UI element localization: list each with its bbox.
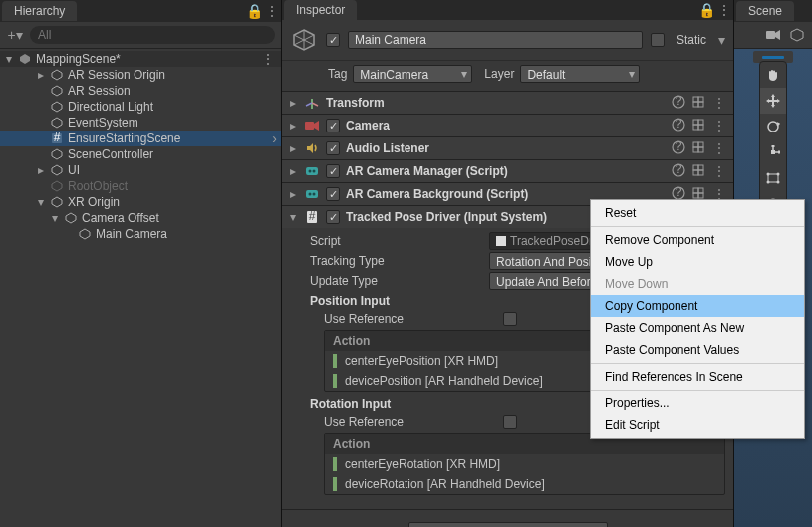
static-checkbox[interactable] bbox=[651, 33, 665, 47]
expand-icon[interactable]: ▸ bbox=[288, 187, 298, 201]
svg-rect-75 bbox=[778, 151, 780, 154]
preset-icon[interactable] bbox=[691, 163, 705, 180]
component-enabled-checkbox[interactable] bbox=[326, 187, 340, 201]
hierarchy-item-label: XR Origin bbox=[68, 195, 277, 209]
svg-rect-31 bbox=[698, 120, 703, 125]
context-menu-item[interactable]: Edit Script bbox=[591, 414, 804, 436]
use-reference-checkbox[interactable] bbox=[503, 312, 517, 326]
svg-rect-32 bbox=[693, 125, 698, 130]
preset-icon[interactable] bbox=[691, 140, 705, 157]
hierarchy-item[interactable]: RootObject bbox=[0, 178, 281, 194]
gameobject-icon bbox=[50, 179, 64, 193]
hand-tool[interactable] bbox=[760, 62, 786, 88]
expand-icon[interactable]: ▾ bbox=[50, 211, 60, 225]
tab-inspector[interactable]: Inspector bbox=[284, 0, 357, 20]
action-color-bar bbox=[333, 457, 337, 471]
kebab-icon[interactable]: ⋮ bbox=[711, 96, 727, 110]
kebab-icon[interactable]: ⋮ bbox=[263, 2, 281, 20]
gizmos-icon[interactable] bbox=[788, 26, 806, 44]
hierarchy-item[interactable]: SceneController bbox=[0, 146, 281, 162]
rotate-tool[interactable] bbox=[760, 114, 786, 139]
help-icon[interactable]: ? bbox=[672, 95, 685, 112]
expand-icon[interactable]: ▸ bbox=[288, 164, 298, 178]
help-icon[interactable]: ? bbox=[672, 118, 685, 134]
context-menu-item[interactable]: Move Up bbox=[591, 251, 804, 273]
context-menu-item[interactable]: Find References In Scene bbox=[591, 366, 804, 388]
context-menu-item[interactable]: Reset bbox=[591, 202, 804, 224]
context-menu-item[interactable]: Properties... bbox=[591, 393, 804, 414]
expand-icon[interactable]: ▸ bbox=[36, 163, 46, 177]
svg-point-79 bbox=[767, 181, 770, 184]
scene-camera-icon[interactable] bbox=[764, 26, 782, 44]
expand-icon[interactable]: ▸ bbox=[288, 96, 298, 110]
scene-row[interactable]: ▾ MappingScene* ⋮ bbox=[0, 51, 281, 67]
component-enabled-checkbox[interactable] bbox=[326, 164, 340, 178]
svg-marker-12 bbox=[80, 229, 90, 239]
gameobject-icon bbox=[50, 195, 64, 209]
component-enabled-checkbox[interactable] bbox=[326, 210, 340, 224]
create-dropdown-icon[interactable]: +▾ bbox=[6, 26, 24, 44]
component-header[interactable]: ▸AR Camera Manager (Script)?⋮ bbox=[282, 160, 733, 182]
action-item[interactable]: centerEyeRotation [XR HMD] bbox=[325, 454, 724, 474]
kebab-icon[interactable]: ⋮ bbox=[711, 141, 727, 155]
context-menu-item[interactable]: Paste Component Values bbox=[591, 339, 804, 361]
static-dropdown-icon[interactable]: ▾ bbox=[718, 32, 725, 48]
hierarchy-item[interactable]: EventSystem bbox=[0, 115, 281, 131]
svg-marker-0 bbox=[20, 54, 30, 64]
component-header[interactable]: ▸Transform?⋮ bbox=[282, 92, 733, 114]
expand-icon[interactable]: ▾ bbox=[4, 52, 14, 66]
scale-tool[interactable] bbox=[760, 139, 786, 165]
lock-icon[interactable]: 🔒 bbox=[245, 2, 263, 20]
gameobject-name-input[interactable] bbox=[348, 31, 643, 49]
scene-name: MappingScene* bbox=[36, 52, 255, 66]
help-icon[interactable]: ? bbox=[672, 163, 685, 180]
expand-icon[interactable]: ▾ bbox=[36, 195, 46, 209]
component-header[interactable]: ▸Camera?⋮ bbox=[282, 115, 733, 136]
svg-marker-3 bbox=[52, 102, 62, 112]
action-item[interactable]: deviceRotation [AR Handheld Device] bbox=[325, 474, 724, 494]
context-menu-item[interactable]: Copy Component bbox=[591, 295, 804, 317]
static-label: Static bbox=[677, 33, 706, 47]
component-enabled-checkbox[interactable] bbox=[326, 141, 340, 155]
context-menu-separator bbox=[591, 390, 804, 391]
context-menu-item[interactable]: Paste Component As New bbox=[591, 317, 804, 339]
hierarchy-item[interactable]: #EnsureStartingScene› bbox=[0, 131, 281, 146]
component-title: AR Camera Manager (Script) bbox=[346, 164, 666, 178]
kebab-icon[interactable]: ⋮ bbox=[711, 164, 727, 178]
expand-icon[interactable]: ▸ bbox=[288, 119, 298, 132]
hierarchy-item[interactable]: ▸UI bbox=[0, 162, 281, 178]
component-enabled-checkbox[interactable] bbox=[326, 119, 340, 132]
expand-icon[interactable]: ▾ bbox=[288, 210, 298, 224]
tab-hierarchy[interactable]: Hierarchy bbox=[2, 1, 77, 21]
kebab-icon[interactable]: ⋮ bbox=[711, 119, 727, 132]
svg-rect-58 bbox=[698, 193, 703, 198]
hierarchy-item[interactable]: AR Session bbox=[0, 83, 281, 99]
context-menu-item[interactable]: Remove Component bbox=[591, 229, 804, 251]
hierarchy-item[interactable]: ▾Camera Offset bbox=[0, 210, 281, 226]
expand-icon[interactable]: ▸ bbox=[288, 141, 298, 155]
component-header[interactable]: ▸Audio Listener?⋮ bbox=[282, 137, 733, 159]
add-component-button[interactable]: Add Component bbox=[408, 522, 608, 527]
rect-tool[interactable] bbox=[760, 165, 786, 191]
kebab-icon[interactable]: ⋮ bbox=[715, 1, 733, 19]
tab-scene[interactable]: Scene bbox=[736, 1, 794, 21]
move-tool[interactable] bbox=[760, 88, 786, 114]
preset-icon[interactable] bbox=[691, 118, 705, 134]
hierarchy-item[interactable]: ▸AR Session Origin bbox=[0, 67, 281, 83]
unity-logo-icon bbox=[18, 52, 32, 66]
help-icon[interactable]: ? bbox=[672, 140, 685, 157]
hierarchy-search-input[interactable] bbox=[30, 26, 275, 44]
tag-dropdown[interactable]: MainCamera bbox=[353, 65, 472, 83]
layer-dropdown[interactable]: Default bbox=[520, 65, 640, 83]
use-reference-checkbox[interactable] bbox=[503, 415, 517, 429]
expand-icon[interactable]: ▸ bbox=[36, 68, 46, 82]
gameobject-enabled-checkbox[interactable] bbox=[326, 33, 340, 47]
component-icon: # bbox=[304, 209, 320, 225]
kebab-icon[interactable]: ⋮ bbox=[259, 50, 277, 68]
hierarchy-item[interactable]: ▾XR Origin bbox=[0, 194, 281, 210]
lock-icon[interactable]: 🔒 bbox=[697, 1, 715, 19]
hierarchy-item[interactable]: Directional Light bbox=[0, 99, 281, 115]
svg-marker-9 bbox=[52, 181, 62, 191]
preset-icon[interactable] bbox=[691, 95, 705, 112]
hierarchy-item[interactable]: Main Camera bbox=[0, 226, 281, 242]
